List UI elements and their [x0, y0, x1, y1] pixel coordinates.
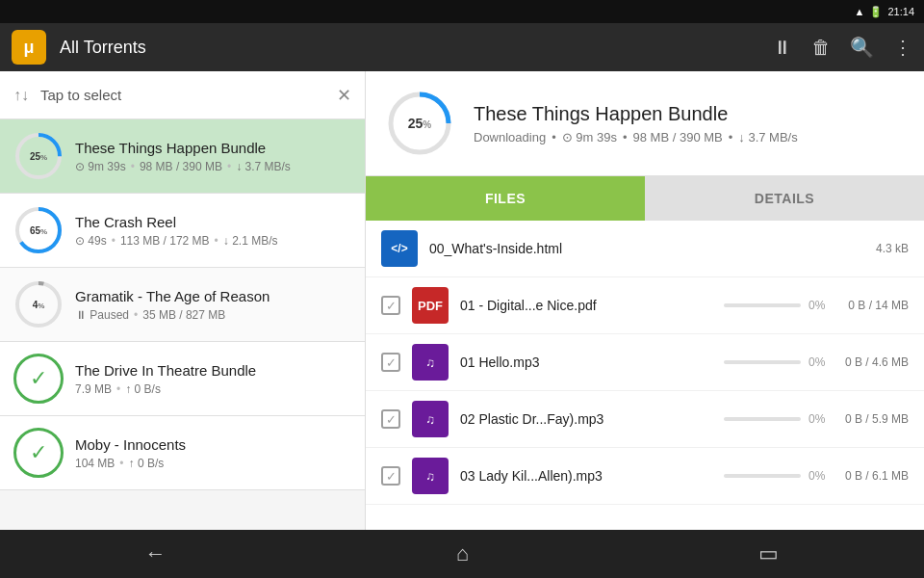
select-arrow-icon: ↑↓ — [13, 87, 29, 104]
status-icons: ▲ 🔋 21:14 — [855, 6, 914, 18]
main-content: ↑↓ Tap to select ✕ 25% These Things Happ… — [0, 71, 924, 530]
progress-circle-1: 25% — [13, 131, 64, 181]
complete-circle-5: ✓ — [13, 428, 64, 478]
tabs: FILES DETAILS — [366, 176, 924, 221]
detail-pct-text: 25% — [408, 116, 431, 131]
tab-files[interactable]: FILES — [366, 176, 645, 221]
torrent-item[interactable]: ✓ Moby - Innocents 104 MB•↑ 0 B/s — [0, 416, 365, 490]
more-icon[interactable]: ⋮ — [893, 36, 912, 59]
file-item[interactable]: ✓ ♫ 03 Lady Kil...Allen).mp3 0% 0 B / 6.… — [366, 448, 924, 505]
file-type-icon-mp3-2: ♫ — [412, 401, 449, 437]
pause-icon[interactable]: ⏸ — [773, 37, 792, 59]
left-panel: ↑↓ Tap to select ✕ 25% These Things Happ… — [0, 71, 366, 530]
detail-info: These Things Happen Bundle Downloading•⊙… — [474, 103, 905, 144]
file-progress-bar-5 — [724, 474, 801, 478]
pct-text-3: 4% — [33, 300, 45, 310]
file-progress-bar-4 — [724, 417, 801, 421]
file-size-3: 0 B / 4.6 MB — [841, 355, 909, 369]
file-item[interactable]: ✓ PDF 01 - Digital...e Nice.pdf 0% 0 B /… — [366, 277, 924, 334]
torrent-item[interactable]: 4% Gramatik - The Age of Reason ⏸ Paused… — [0, 268, 365, 342]
pct-text-1: 25% — [30, 151, 47, 162]
file-pct-4: 0% — [808, 412, 830, 426]
file-type-icon-pdf: PDF — [412, 287, 449, 324]
torrent-info-5: Moby - Innocents 104 MB•↑ 0 B/s — [75, 436, 351, 470]
file-name-4: 02 Plastic Dr...Fay).mp3 — [460, 411, 712, 427]
time-display: 21:14 — [887, 6, 914, 17]
file-type-icon-mp3-1: ♫ — [412, 344, 449, 381]
torrent-item[interactable]: 65% The Crash Reel ⊙ 49s•113 MB / 172 MB… — [0, 194, 365, 268]
files-list: </> 00_What's-Inside.html 4.3 kB ✓ PDF 0… — [366, 221, 924, 530]
detail-title: These Things Happen Bundle — [474, 103, 905, 125]
file-item[interactable]: </> 00_What's-Inside.html 4.3 kB — [366, 221, 924, 277]
file-progress-bar-2 — [724, 303, 801, 307]
file-progress-area-5: 0% — [724, 469, 830, 483]
back-icon[interactable]: ← — [145, 541, 167, 566]
file-checkbox-5[interactable]: ✓ — [381, 466, 400, 486]
delete-icon[interactable]: 🗑 — [811, 37, 831, 59]
torrent-list: 25% These Things Happen Bundle ⊙ 9m 39s•… — [0, 119, 365, 530]
top-bar: μ All Torrents ⏸ 🗑 🔍 ⋮ — [0, 23, 924, 71]
detail-progress-circle: 25% — [385, 89, 454, 158]
recents-icon[interactable]: ▭ — [758, 541, 779, 566]
battery-icon: 🔋 — [869, 6, 883, 18]
file-checkbox-4[interactable]: ✓ — [381, 409, 400, 429]
bottom-nav: ← ⌂ ▭ — [0, 530, 924, 578]
file-pct-2: 0% — [808, 299, 830, 312]
file-name-3: 01 Hello.mp3 — [460, 355, 712, 370]
file-name-1: 00_What's-Inside.html — [429, 241, 830, 256]
file-pct-3: 0% — [808, 355, 830, 369]
file-item[interactable]: ✓ ♫ 02 Plastic Dr...Fay).mp3 0% 0 B / 5.… — [366, 391, 924, 448]
progress-circle-2: 65% — [13, 205, 64, 255]
status-bar: ▲ 🔋 21:14 — [0, 0, 924, 23]
torrent-name-4: The Drive In Theatre Bundle — [75, 362, 351, 379]
file-name-5: 03 Lady Kil...Allen).mp3 — [460, 468, 712, 484]
torrent-info-4: The Drive In Theatre Bundle 7.9 MB•↑ 0 B… — [75, 362, 351, 396]
select-bar-text: Tap to select — [40, 87, 325, 103]
file-progress-area-4: 0% — [724, 412, 830, 426]
torrent-meta-2: ⊙ 49s•113 MB / 172 MB•↓ 2.1 MB/s — [75, 234, 351, 248]
app-logo: μ — [12, 30, 46, 65]
file-name-2: 01 - Digital...e Nice.pdf — [460, 298, 712, 313]
close-select-button[interactable]: ✕ — [337, 85, 351, 106]
right-panel: 25% These Things Happen Bundle Downloadi… — [366, 71, 924, 530]
file-checkbox-2[interactable]: ✓ — [381, 296, 400, 315]
torrent-name-1: These Things Happen Bundle — [75, 140, 351, 156]
file-pct-5: 0% — [808, 469, 830, 483]
complete-circle-4: ✓ — [13, 354, 64, 404]
file-size-4: 0 B / 5.9 MB — [841, 412, 909, 426]
torrent-info-2: The Crash Reel ⊙ 49s•113 MB / 172 MB•↓ 2… — [75, 214, 351, 248]
file-size-1: 4.3 kB — [841, 242, 909, 255]
torrent-item[interactable]: 25% These Things Happen Bundle ⊙ 9m 39s•… — [0, 119, 365, 194]
wifi-icon: ▲ — [855, 6, 865, 17]
file-type-icon-mp3-3: ♫ — [412, 458, 449, 494]
file-progress-area-3: 0% — [724, 355, 830, 369]
file-progress-area-2: 0% — [724, 299, 830, 312]
torrent-name-3: Gramatik - The Age of Reason — [75, 288, 351, 304]
torrent-meta-5: 104 MB•↑ 0 B/s — [75, 457, 351, 470]
search-icon[interactable]: 🔍 — [850, 36, 874, 59]
home-icon[interactable]: ⌂ — [456, 541, 469, 566]
file-checkbox-3[interactable]: ✓ — [381, 353, 400, 372]
app-title: All Torrents — [60, 38, 759, 58]
detail-meta: Downloading•⊙ 9m 39s•98 MB / 390 MB•↓ 3.… — [474, 130, 905, 144]
progress-circle-3: 4% — [13, 279, 64, 329]
file-size-5: 0 B / 6.1 MB — [841, 469, 909, 483]
torrent-info-1: These Things Happen Bundle ⊙ 9m 39s•98 M… — [75, 140, 351, 173]
torrent-meta-3: ⏸ Paused•35 MB / 827 MB — [75, 308, 351, 322]
file-progress-bar-3 — [724, 360, 801, 364]
torrent-meta-4: 7.9 MB•↑ 0 B/s — [75, 382, 351, 396]
select-bar[interactable]: ↑↓ Tap to select ✕ — [0, 71, 365, 119]
file-item[interactable]: ✓ ♫ 01 Hello.mp3 0% 0 B / 4.6 MB — [366, 334, 924, 391]
torrent-name-5: Moby - Innocents — [75, 436, 351, 453]
pct-text-2: 65% — [30, 225, 47, 236]
torrent-info-3: Gramatik - The Age of Reason ⏸ Paused•35… — [75, 288, 351, 322]
torrent-item[interactable]: ✓ The Drive In Theatre Bundle 7.9 MB•↑ 0… — [0, 342, 365, 416]
top-actions: ⏸ 🗑 🔍 ⋮ — [773, 36, 912, 59]
detail-header: 25% These Things Happen Bundle Downloadi… — [366, 71, 924, 176]
file-size-2: 0 B / 14 MB — [841, 299, 909, 312]
torrent-meta-1: ⊙ 9m 39s•98 MB / 390 MB•↓ 3.7 MB/s — [75, 160, 351, 173]
file-type-icon-html: </> — [381, 230, 418, 267]
torrent-name-2: The Crash Reel — [75, 214, 351, 230]
tab-details[interactable]: DETAILS — [645, 176, 924, 221]
